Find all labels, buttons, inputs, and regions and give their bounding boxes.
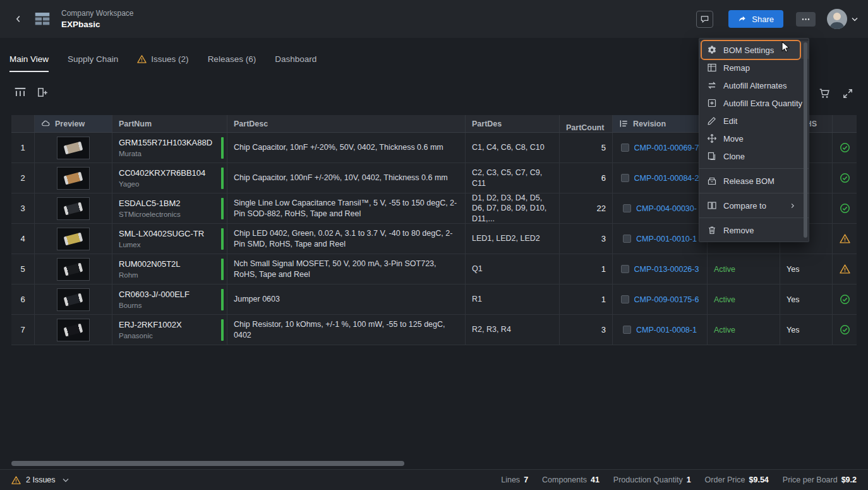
add-column-icon[interactable]	[36, 87, 49, 98]
tab-bar: Main ViewSupply ChainIssues (2)Releases …	[9, 54, 316, 72]
revision-link[interactable]: CMP-009-00175-6	[634, 295, 699, 304]
revision-link[interactable]: CMP-013-00026-3	[634, 265, 699, 274]
menu-item-autofill-extra-quantity[interactable]: Autofill Extra Quantity	[699, 94, 809, 112]
menu-item-move[interactable]: Move	[699, 130, 809, 147]
rohs-cell: Yes	[780, 285, 833, 314]
partdesc-cell: Chip LED 0402, Green, 0.02 A, 3.1 to 3.7…	[227, 224, 466, 254]
part-number: CR0603-J/-000ELF	[119, 290, 220, 300]
revision-checkbox[interactable]	[623, 235, 631, 243]
toolbar-right	[818, 88, 854, 99]
part-description: Single Line Low Capacitance Transil™, 5 …	[234, 198, 459, 219]
share-button[interactable]: Share	[728, 10, 783, 28]
part-preview-thumbnail[interactable]	[57, 228, 90, 250]
part-description: Chip Resistor, 10 kOhms, +/-1 %, 100 mW,…	[234, 319, 459, 340]
comments-button[interactable]	[696, 11, 713, 28]
table-row[interactable]: 6CR0603-J/-000ELFBournsJumper 0603R11CMP…	[11, 285, 857, 315]
tab-dashboard[interactable]: Dashboard	[275, 54, 316, 72]
back-button[interactable]	[10, 11, 27, 27]
revision-checkbox[interactable]	[621, 144, 629, 152]
issues-label: 2 Issues	[26, 475, 56, 484]
lifecycle-state: Active	[714, 295, 773, 304]
table-row[interactable]: 7ERJ-2RKF1002XPanasonicChip Resistor, 10…	[11, 315, 857, 345]
warning-icon	[840, 233, 850, 244]
remap-icon	[707, 63, 717, 73]
column-header-revision[interactable]: Revision	[613, 115, 708, 132]
menu-item-label: Remove	[723, 226, 754, 235]
lifecycle-bar	[221, 137, 224, 159]
stat-label: Lines	[501, 475, 520, 484]
column-header-partnum[interactable]: PartNum	[112, 115, 227, 132]
menu-item-compare-to[interactable]: Compare to	[699, 197, 809, 214]
menu-item-release-bom[interactable]: Release BOM	[699, 172, 809, 190]
part-preview-thumbnail[interactable]	[57, 288, 90, 311]
revision-link[interactable]: CMP-004-00030-	[636, 204, 697, 213]
warning-icon	[11, 475, 21, 485]
share-icon	[738, 15, 747, 23]
revision-link[interactable]: CMP-001-00084-2	[634, 174, 699, 183]
tab-releases-6[interactable]: Releases (6)	[208, 54, 256, 72]
preview-cell	[35, 224, 112, 254]
lifecycle-cell: Active	[708, 254, 780, 284]
menu-item-edit[interactable]: Edit	[699, 112, 809, 130]
manufacturer: Yageo	[119, 180, 220, 188]
table-row[interactable]: 5RUM002N05T2LRohmNch Small Signal MOSFET…	[11, 254, 857, 285]
stat-production-quantity: Production Quantity1	[613, 475, 691, 484]
revision-checkbox[interactable]	[621, 174, 629, 182]
menu-item-remove[interactable]: Remove	[699, 221, 809, 239]
menu-item-label: Remap	[723, 63, 750, 73]
horizontal-scrollbar[interactable]	[11, 461, 404, 466]
workspace-logo-icon[interactable]	[33, 9, 52, 28]
column-header-preview[interactable]: Preview	[35, 115, 112, 132]
partdes-cell: R1	[466, 285, 560, 314]
stat-value: 1	[687, 475, 691, 484]
part-preview-thumbnail[interactable]	[57, 167, 90, 190]
part-image	[64, 232, 83, 245]
revision-checkbox[interactable]	[621, 295, 629, 303]
revision-link[interactable]: CMP-001-0010-1	[636, 235, 697, 243]
part-preview-thumbnail[interactable]	[57, 319, 90, 341]
partnum-cell: ESDALC5-1BM2STMicroelectronics	[112, 193, 227, 223]
revision-checkbox[interactable]	[623, 326, 631, 334]
lifecycle-bar	[221, 228, 224, 250]
columns-icon[interactable]	[14, 87, 27, 98]
revision-link[interactable]: CMP-001-00069-7	[634, 144, 699, 152]
part-preview-thumbnail[interactable]	[57, 137, 90, 159]
menu-item-remap[interactable]: Remap	[699, 59, 809, 77]
menu-item-label: Autofill Alternates	[723, 81, 787, 90]
more-actions-button[interactable]	[796, 12, 816, 27]
user-menu[interactable]	[827, 9, 858, 29]
expand-icon[interactable]	[841, 88, 854, 99]
column-header-num[interactable]	[11, 115, 35, 132]
column-header-label: PartDesc	[234, 119, 268, 128]
revision-checkbox[interactable]	[621, 265, 629, 273]
status-cell	[833, 315, 857, 345]
column-header-status[interactable]	[833, 115, 857, 132]
part-count: 22	[597, 204, 606, 213]
part-preview-thumbnail[interactable]	[57, 258, 90, 281]
tab-issues-2[interactable]: Issues (2)	[137, 54, 188, 72]
menu-item-clone[interactable]: Clone	[699, 147, 809, 165]
status-cell	[833, 193, 857, 223]
stat-components: Components41	[542, 475, 600, 484]
menu-item-bom-settings[interactable]: BOM Settings	[699, 41, 809, 59]
cart-icon[interactable]	[818, 88, 831, 99]
column-header-partdes[interactable]: PartDes	[466, 115, 560, 132]
lifecycle-bar	[221, 259, 224, 280]
partdesc-cell: Chip Capacitor, 100nF +/-20%, 10V, 0402,…	[227, 163, 466, 193]
part-image	[64, 141, 83, 154]
menu-item-autofill-alternates[interactable]: Autofill Alternates	[699, 77, 809, 94]
tab-main-view[interactable]: Main View	[9, 54, 49, 72]
menu-scrollbar[interactable]	[804, 42, 807, 238]
tab-label: Issues (2)	[151, 54, 188, 64]
part-description: Chip Capacitor, 10nF +/-20%, 50V, 0402, …	[234, 142, 459, 153]
column-header-partdesc[interactable]: PartDesc	[227, 115, 466, 132]
revision-link[interactable]: CMP-001-0008-1	[636, 326, 697, 334]
preview-cell	[35, 193, 112, 223]
issues-toggle[interactable]: 2 Issues	[11, 475, 69, 485]
row-number-cell: 3	[11, 193, 35, 223]
column-header-partcount[interactable]: PartCount	[560, 115, 613, 132]
tab-supply-chain[interactable]: Supply Chain	[68, 54, 118, 72]
row-number-cell: 4	[11, 224, 35, 254]
revision-checkbox[interactable]	[623, 204, 631, 212]
part-preview-thumbnail[interactable]	[57, 197, 90, 220]
